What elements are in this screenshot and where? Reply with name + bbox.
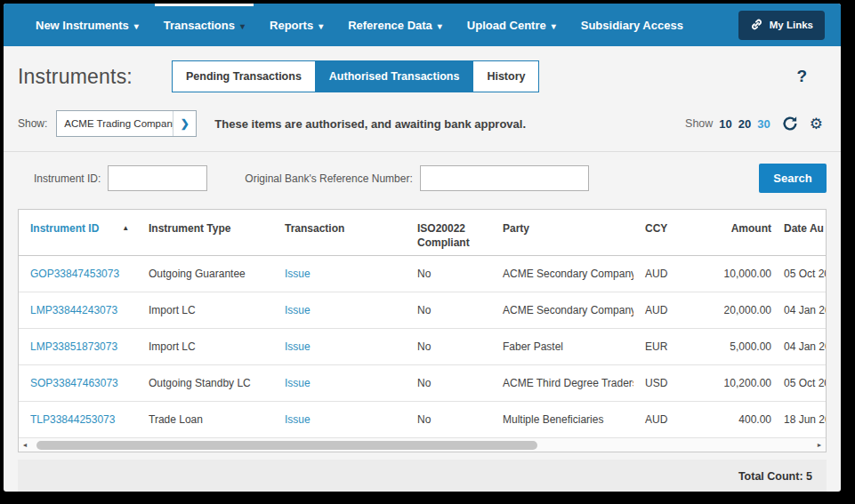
cell-instrument-type: Outgoing Guarantee — [137, 256, 273, 292]
sort-asc-icon: ▲ — [122, 224, 129, 232]
gear-icon[interactable]: ⚙ — [810, 116, 823, 132]
table-row: LMP33851873073 Import LC Issue No Faber … — [19, 329, 826, 365]
column-header-transaction: Transaction — [273, 210, 406, 256]
column-header-instrument-id[interactable]: Instrument ID▲ — [19, 210, 137, 256]
cell-party: ACME Secondary Company — [491, 292, 633, 329]
nav-item-new-instruments[interactable]: New Instruments ▾ — [36, 4, 139, 46]
my-links-button[interactable]: My Links — [738, 11, 825, 40]
transaction-link[interactable]: Issue — [285, 377, 311, 389]
company-select-value: ACME Trading Company — [57, 118, 173, 129]
page-size-option-10[interactable]: 10 — [719, 117, 731, 131]
column-header-iso20022: ISO20022 Compliant — [406, 210, 491, 256]
nav-item-label: Reports — [270, 19, 313, 32]
column-header-date: Date Au — [773, 210, 826, 256]
table-row: LMP33844243073 Import LC Issue No ACME S… — [19, 292, 826, 329]
tab-authorised-transactions[interactable]: Authorised Transactions — [315, 61, 473, 92]
cell-ccy: EUR — [633, 329, 705, 365]
table-row: GOP33847453073 Outgoing Guarantee Issue … — [19, 256, 826, 292]
nav-item-label: Subsidiary Access — [581, 19, 683, 32]
column-header-instrument-type: Instrument Type — [137, 210, 273, 256]
instrument-id-link[interactable]: SOP33847463073 — [30, 377, 118, 389]
instrument-id-link[interactable]: TLP33844253073 — [30, 413, 115, 426]
cell-date: 18 Jun 2020 — [773, 402, 826, 438]
app-window: New Instruments ▾ Transactions ▾ Reports… — [4, 4, 841, 492]
cell-instrument-type: Import LC — [137, 329, 273, 365]
chevron-down-icon: ▾ — [134, 20, 139, 31]
column-header-amount: Amount — [705, 210, 773, 256]
toolbar: Show: ACME Trading Company ❯ These items… — [18, 110, 827, 137]
cell-instrument-type: Outgoing Standby LC — [137, 365, 273, 402]
cell-ccy: AUD — [633, 402, 705, 438]
scroll-right-icon[interactable]: ► — [813, 442, 826, 448]
column-header-ccy: CCY — [633, 210, 705, 256]
nav-item-reports[interactable]: Reports ▾ — [270, 4, 323, 46]
nav-item-reference-data[interactable]: Reference Data ▾ — [348, 4, 442, 46]
reference-number-label: Original Bank's Reference Number: — [245, 172, 412, 185]
page-title: Instruments: — [18, 65, 133, 89]
tab-history[interactable]: History — [472, 61, 538, 92]
nav-item-label: New Instruments — [36, 19, 129, 32]
search-button[interactable]: Search — [759, 164, 827, 193]
total-count: Total Count: 5 — [738, 470, 812, 483]
nav-item-label: Transactions — [164, 19, 235, 32]
horizontal-scrollbar: ◄ ► — [19, 438, 826, 452]
page-size-label: Show — [685, 117, 713, 130]
page-size-option-30[interactable]: 30 — [757, 117, 770, 131]
cell-amount: 10,200.00 — [705, 365, 773, 402]
instrument-id-link[interactable]: LMP33851873073 — [30, 340, 117, 353]
cell-date: 04 Jan 2022 — [773, 292, 826, 329]
cell-amount: 10,000.00 — [705, 256, 773, 292]
transaction-link[interactable]: Issue — [285, 413, 311, 426]
page-size-control: Show 10 20 30 ⚙ — [685, 116, 823, 132]
transaction-link[interactable]: Issue — [285, 304, 311, 316]
chevron-down-icon: ▾ — [240, 20, 245, 31]
tab-pending-transactions[interactable]: Pending Transactions — [173, 61, 315, 92]
reference-number-input[interactable] — [420, 165, 589, 191]
refresh-icon[interactable] — [782, 116, 798, 132]
cell-party: ACME Secondary Company — [491, 256, 633, 292]
nav-item-transactions[interactable]: Transactions ▾ — [164, 4, 245, 46]
cell-iso20022: No — [406, 256, 491, 292]
cell-ccy: AUD — [633, 292, 705, 329]
instrument-id-label: Instrument ID: — [34, 172, 101, 185]
cell-iso20022: No — [406, 292, 491, 329]
cell-party: Faber Pastel — [491, 329, 633, 365]
table-header-row: Instrument ID▲ Instrument Type Transacti… — [19, 210, 826, 256]
page-size-option-20[interactable]: 20 — [738, 117, 751, 131]
scroll-left-icon[interactable]: ◄ — [19, 442, 31, 448]
table-row: SOP33847463073 Outgoing Standby LC Issue… — [19, 365, 826, 402]
cell-amount: 400.00 — [705, 402, 773, 438]
cell-amount: 20,000.00 — [705, 292, 773, 329]
instruments-table: Instrument ID▲ Instrument Type Transacti… — [18, 209, 827, 452]
cell-date: 05 Oct 2020 — [773, 256, 826, 292]
help-icon[interactable]: ? — [796, 67, 807, 86]
table-row: TLP33844253073 Trade Loan Issue No Multi… — [19, 402, 826, 438]
transaction-link[interactable]: Issue — [285, 268, 311, 280]
nav-item-label: Reference Data — [348, 19, 432, 32]
cell-amount: 5,000.00 — [705, 329, 773, 365]
nav-item-label: Upload Centre — [467, 19, 546, 32]
status-message: These items are authorised, and awaiting… — [214, 117, 526, 131]
table-footer: Total Count: 5 — [18, 460, 827, 492]
cell-party: ACME Third Degree Traders — [491, 365, 633, 402]
chevron-down-icon: ▾ — [319, 20, 323, 31]
cell-iso20022: No — [406, 402, 491, 438]
cell-date: 05 Oct 2020 — [773, 365, 826, 402]
nav-item-upload-centre[interactable]: Upload Centre ▾ — [467, 4, 556, 46]
show-label: Show: — [18, 117, 47, 130]
page-header: Instruments: Pending Transactions Author… — [18, 60, 827, 92]
instrument-id-link[interactable]: GOP33847453073 — [30, 268, 119, 280]
company-select[interactable]: ACME Trading Company ❯ — [56, 110, 197, 137]
nav-item-subsidiary-access[interactable]: Subsidiary Access — [581, 4, 683, 46]
transaction-link[interactable]: Issue — [285, 340, 311, 353]
column-header-party: Party — [491, 210, 633, 256]
cell-iso20022: No — [406, 365, 491, 402]
instrument-id-input[interactable] — [108, 165, 207, 191]
cell-ccy: USD — [633, 365, 705, 402]
chevron-down-icon: ▾ — [552, 20, 556, 31]
instrument-id-link[interactable]: LMP33844243073 — [30, 304, 117, 316]
chevron-down-icon: ▾ — [438, 20, 442, 31]
scrollbar-track[interactable] — [31, 438, 813, 452]
top-navbar: New Instruments ▾ Transactions ▾ Reports… — [4, 4, 841, 46]
scrollbar-thumb[interactable] — [36, 441, 537, 450]
